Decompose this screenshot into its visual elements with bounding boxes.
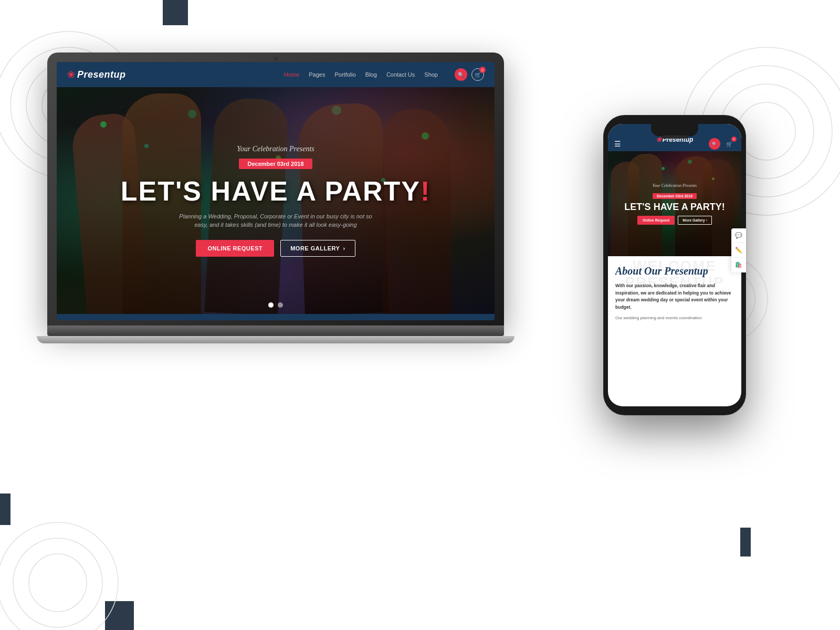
phone-about-sub: Our wedding planning and events coordina… [615,315,734,321]
laptop-camera [274,57,278,61]
phone-more-gallery-label: More Gallery › [682,218,707,222]
hero-date-badge: December 03rd 2018 [239,159,312,169]
laptop-frame: ❀ Presentup Home Pages Portfolio Blog Co… [47,52,504,346]
hero-description: Planning a Wedding, Proposal, Corporate … [176,212,375,229]
phone-hero-title: LET'S HAVE A PARTY! [624,202,724,212]
deco-rect-top-left [163,0,188,25]
phone-chat-icon[interactable]: 💬 [731,228,746,243]
hamburger-menu-icon[interactable]: ☰ [614,140,621,148]
phone-cart-button[interactable]: 🛒 0 [723,138,735,150]
nav-link-shop[interactable]: Shop [424,71,438,78]
logo-text: Presentup [77,69,126,80]
phone-online-request-button[interactable]: Online Request [637,216,675,225]
phone-about-description: With our passion, knowledge, creative fl… [615,282,734,311]
laptop-bottom [37,336,514,343]
hero-subtitle: Your Celebration Presents [121,145,431,153]
search-button[interactable]: 🔍 [455,68,467,81]
more-gallery-button[interactable]: More Gallery › [280,240,355,257]
hero-overlay: Your Celebration Presents December 03rd … [121,145,431,257]
laptop-screen-inner: ❀ Presentup Home Pages Portfolio Blog Co… [57,62,495,320]
hero-dots [268,302,283,308]
bokeh-1 [662,167,665,170]
hero-title: LET'S HAVE A PARTY! [121,177,431,205]
svg-point-7 [738,102,795,160]
phone-logo-icon: ❀ [656,136,662,143]
phone-screen: ☰ ❀ Presentup 🔍 🛒 0 [608,124,741,406]
laptop-mockup: ❀ Presentup Home Pages Portfolio Blog Co… [47,52,504,378]
cart-badge: 0 [479,67,486,73]
site-logo: ❀ Presentup [67,69,126,80]
phone-about-title: About Our Presentup [615,265,734,277]
slide-dot-2[interactable] [278,302,283,308]
phone-cart-badge: 0 [731,136,737,142]
deco-rect-mid-right [740,528,751,556]
phone-edit-icon[interactable]: ✏️ [731,243,746,258]
phone-frame: ☰ ❀ Presentup 🔍 🛒 0 [604,116,746,415]
deco-rect-mid-left [0,494,10,525]
phone-search-button[interactable]: 🔍 [709,138,720,150]
phone-notch [651,124,698,136]
deco-rect-bottom [105,601,134,630]
deco-circles-bl [0,520,121,630]
nav-link-home[interactable]: Home [284,71,299,78]
phone-hero-subtitle: Your Celebration Presents [624,183,724,188]
site-hero: Your Celebration Presents December 03rd … [57,87,495,314]
laptop-base [47,326,504,336]
phone-bag-icon[interactable]: 🛍️ [731,258,746,272]
svg-point-11 [0,522,118,630]
nav-link-blog[interactable]: Blog [365,71,377,78]
phone-hero-content: Your Celebration Presents December 03rd … [619,183,730,225]
nav-link-pages[interactable]: Pages [309,71,325,78]
nav-link-contact[interactable]: Contact Us [386,71,415,78]
hero-buttons: Online Request More Gallery › [121,240,431,257]
slide-dot-1[interactable] [268,302,274,308]
nav-link-portfolio[interactable]: Portfolio [334,71,355,78]
laptop-screen-outer: ❀ Presentup Home Pages Portfolio Blog Co… [47,52,504,326]
site-navbar: ❀ Presentup Home Pages Portfolio Blog Co… [57,62,495,87]
phone-hero: Your Celebration Presents December 03rd … [608,151,741,256]
phone-hero-date: December 03rd 2018 [653,193,697,199]
phone-more-gallery-button[interactable]: More Gallery › [678,216,712,225]
site-nav-links: Home Pages Portfolio Blog Contact Us Sho… [284,68,484,81]
phone-sidebar-icons: 💬 ✏️ 🛍️ [731,228,746,272]
phone-nav-icons: 🔍 🛒 0 [709,138,735,150]
phone-speaker [662,135,688,139]
phone-hero-buttons: Online Request More Gallery › [624,216,724,225]
chevron-right-icon: › [343,245,345,251]
online-request-button[interactable]: Online Request [196,240,274,257]
svg-point-13 [29,554,87,612]
svg-point-12 [13,538,102,627]
phone-about-section: WELCOME PRESENTUP About Our Presentup Wi… [608,256,741,340]
phone-mockup: ☰ ❀ Presentup 🔍 🛒 0 [604,116,746,415]
hero-title-highlight: ! [421,176,430,206]
cart-button[interactable]: 🛒 0 [471,68,484,81]
nav-icons: 🔍 🛒 0 [455,68,484,81]
logo-icon: ❀ [67,69,75,80]
